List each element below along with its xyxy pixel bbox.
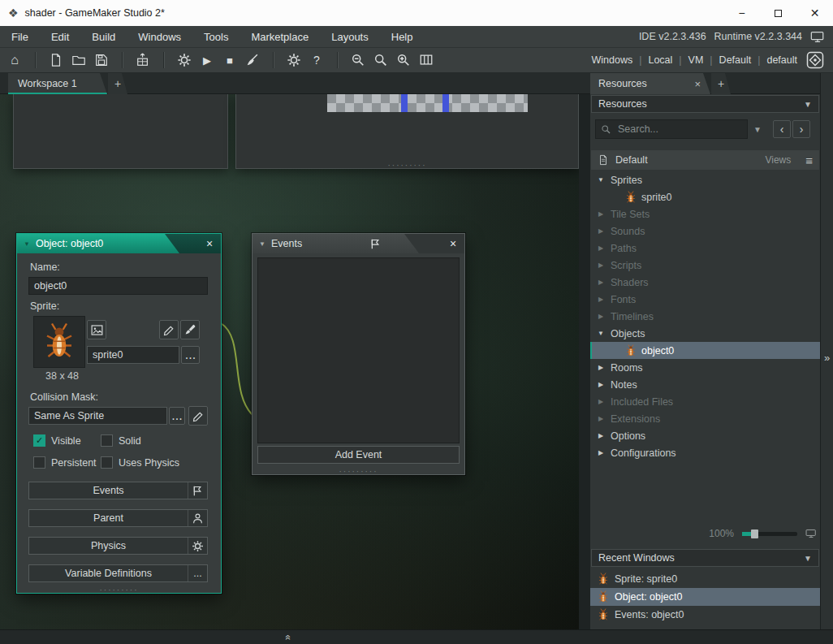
partial-window-left[interactable] [13,94,228,169]
resource-tree-item[interactable]: Sprites [590,171,820,188]
resize-dots[interactable]: ········· [252,467,464,476]
expander-icon[interactable] [597,364,605,371]
close-icon[interactable]: × [691,78,704,90]
menu-item[interactable]: Tools [204,31,228,43]
recent-window-item[interactable]: Sprite: sprite0 [590,570,820,588]
recent-windows-dropdown[interactable]: Recent Windows ▼ [591,549,819,567]
resources-dropdown[interactable]: Resources ▼ [591,95,819,113]
expander-icon[interactable] [597,296,605,303]
menu-item[interactable]: Windows [138,31,181,43]
resource-tree-item[interactable]: Paths [590,240,820,257]
recent-window-item[interactable]: Events: object0 [590,606,820,624]
target-device-button[interactable] [804,50,827,71]
resize-dots[interactable]: ········· [17,586,221,594]
target-option[interactable]: Default [703,54,751,66]
resource-tree-item[interactable]: Shaders [590,274,820,291]
zoom-slider[interactable] [742,532,797,536]
partial-window-sprite-editor[interactable]: ········· [235,94,579,169]
events-window-header[interactable]: ▼ Events × [252,234,464,253]
panel-splitter[interactable] [579,94,590,629]
layout-grid-button[interactable] [416,50,436,70]
object-name-input[interactable] [28,277,208,295]
default-view-row[interactable]: Default Views ≡ [591,150,819,170]
menu-item[interactable]: Build [92,31,115,43]
menu-item[interactable]: Edit [51,31,69,43]
zoom-in-button[interactable] [394,50,413,70]
expander-icon[interactable] [597,381,605,388]
variable-definitions-button[interactable]: Variable Definitions ... [28,564,208,582]
persistent-checkbox[interactable]: Persistent [33,456,97,469]
create-executable-button[interactable] [133,50,153,70]
expander-icon[interactable] [597,415,605,422]
sprite-thumbnail[interactable] [33,316,85,368]
events-list[interactable] [257,257,460,443]
close-icon[interactable]: × [443,234,463,253]
edit-collision-mask-button[interactable] [188,406,208,426]
collision-browse-button[interactable]: ... [169,407,185,425]
target-option[interactable]: Local [632,54,672,66]
gear-icon[interactable] [188,538,207,554]
sprite-select[interactable]: sprite0 [87,346,179,364]
workspace-tab[interactable]: Workspace 1 [8,73,107,94]
new-project-button[interactable] [46,50,66,70]
expand-panel-icon[interactable]: » [824,352,830,364]
target-option[interactable]: VM [672,54,703,66]
expander-icon[interactable] [597,244,605,252]
expander-icon[interactable] [597,279,605,286]
target-option[interactable]: default [751,54,797,66]
workspace-canvas[interactable]: ········· ▼ Object: object0 × Name: Spri… [0,94,579,629]
solid-checkbox[interactable]: Solid [101,434,141,447]
resource-tree-item[interactable]: Objects [590,325,820,342]
expander-icon[interactable] [597,313,605,320]
zoom-slider-handle[interactable] [751,529,758,538]
resource-tree-item[interactable]: Sounds [590,223,820,240]
close-icon[interactable]: × [200,234,219,253]
expander-icon[interactable] [597,227,605,235]
resource-tree-item[interactable]: Configurations [590,444,820,461]
uses-physics-checkbox[interactable]: Uses Physics [101,456,179,469]
resource-tree-item[interactable]: Scripts [590,257,820,274]
search-prev-button[interactable]: ‹ [773,120,791,138]
monitor-icon[interactable] [810,31,825,43]
search-next-button[interactable]: › [792,120,810,138]
collision-mask-select[interactable]: Same As Sprite [28,407,167,425]
menu-item[interactable]: Marketplace [251,31,309,43]
resource-tree-item[interactable]: sprite0 [590,188,820,205]
search-input[interactable] [616,123,742,136]
person-icon[interactable] [188,510,207,526]
fit-view-icon[interactable] [805,529,817,538]
menu-item[interactable]: Layouts [331,31,369,43]
collapse-output-icon[interactable]: » [282,635,293,641]
resource-tree-item[interactable]: Notes [590,376,820,393]
zoom-reset-button[interactable] [371,50,391,70]
close-button[interactable]: ✕ [796,0,833,26]
game-options-button[interactable] [284,50,304,70]
run-button[interactable]: ▶ [197,50,217,70]
maximize-button[interactable] [760,0,796,26]
debug-button[interactable] [175,50,194,70]
target-option[interactable]: Windows [592,54,633,66]
new-sprite-button[interactable] [87,320,106,339]
ellipsis-icon[interactable]: ... [188,565,207,581]
menu-item[interactable]: Help [391,31,413,43]
events-button[interactable]: Events [28,482,208,499]
search-options-chevron-icon[interactable]: ▼ [753,125,762,134]
collapsed-panel-strip[interactable]: » [820,73,833,629]
help-button[interactable]: ? [307,50,326,70]
add-event-button[interactable]: Add Event [257,446,460,464]
resource-tree-item[interactable]: Extensions [590,410,820,427]
new-workspace-tab-button[interactable]: + [108,73,127,94]
expander-icon[interactable] [597,210,605,218]
window-menu-icon[interactable]: ▼ [24,240,30,248]
resource-tree-item[interactable]: Tile Sets [590,205,820,223]
expander-icon[interactable] [597,261,605,269]
expander-icon[interactable] [597,398,605,405]
resource-tree-item[interactable]: Timelines [590,308,820,325]
hamburger-menu-icon[interactable]: ≡ [805,153,813,167]
sprite-browse-button[interactable]: ... [181,346,200,364]
parent-button[interactable]: Parent [28,509,208,527]
menu-item[interactable]: File [11,31,28,43]
flag-icon[interactable] [188,482,207,499]
object-window-header[interactable]: ▼ Object: object0 × [17,234,221,253]
expander-icon[interactable] [597,432,605,439]
